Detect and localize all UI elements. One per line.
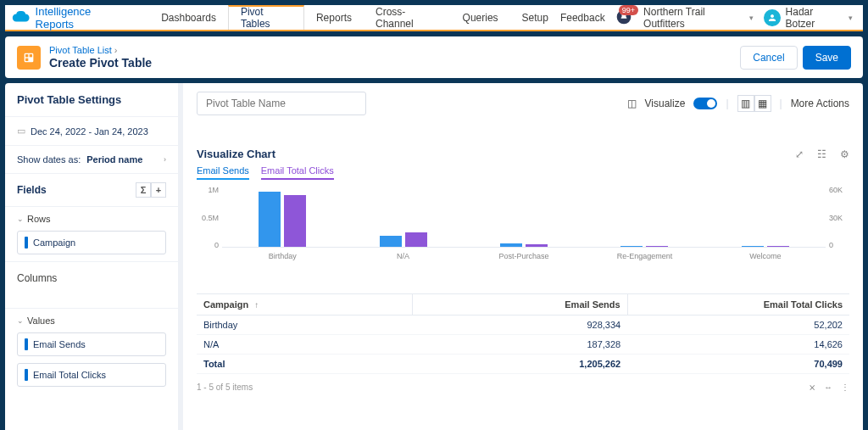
- legend-tab-email-total-clicks[interactable]: Email Total Clicks: [261, 165, 334, 180]
- legend-tab-email-sends[interactable]: Email Sends: [197, 165, 249, 180]
- bar-sends[interactable]: [380, 236, 402, 247]
- table-panel: Campaign ↑ Email Sends Email Total Click…: [197, 293, 849, 392]
- nav-tab-queries[interactable]: Queries: [451, 5, 510, 30]
- bar-sends[interactable]: [259, 192, 281, 247]
- chevron-right-icon: ›: [114, 45, 118, 55]
- bar-group: Birthday: [222, 188, 342, 247]
- value-pill-email-total-clicks[interactable]: Email Total Clicks: [17, 363, 166, 387]
- more-icon[interactable]: ⋮: [841, 383, 849, 392]
- measure-icon: [25, 369, 28, 381]
- category-label: Re-Engagement: [617, 252, 673, 260]
- chart-plot: BirthdayN/APost-PurchaseRe-EngagementWel…: [222, 188, 826, 248]
- pagination-text: 1 - 5 of 5 items: [197, 383, 253, 392]
- expand-icon[interactable]: ⤢: [795, 148, 804, 160]
- divider: |: [726, 98, 728, 109]
- visualize-toggle[interactable]: [693, 98, 717, 109]
- date-range-text: Dec 24, 2022 - Jan 24, 2023: [31, 126, 148, 137]
- ytick: 0.5M: [202, 214, 219, 222]
- ytick: 1M: [208, 186, 219, 194]
- table-row[interactable]: Birthday928,33452,202: [197, 316, 849, 335]
- columns-section[interactable]: Columns: [5, 261, 178, 309]
- svg-rect-4: [25, 58, 28, 60]
- values-label: Values: [27, 316, 55, 326]
- gear-icon[interactable]: ⚙: [840, 148, 849, 160]
- sort-asc-icon: ↑: [254, 300, 259, 310]
- user-menu[interactable]: Hadar Botzer ▾: [764, 6, 853, 30]
- show-dates-row[interactable]: Show dates as: Period name ›: [5, 146, 178, 174]
- category-label: Post-Purchase: [499, 252, 549, 260]
- bar-clicks[interactable]: [405, 232, 427, 247]
- more-actions-menu[interactable]: More Actions: [791, 98, 849, 109]
- notification-bell[interactable]: 99+: [615, 8, 633, 27]
- top-nav: Intelligence Reports Dashboards Pivot Ta…: [5, 5, 863, 31]
- y-axis-right: 60K 30K 0: [827, 188, 849, 248]
- pivot-table-icon: [17, 46, 41, 70]
- breadcrumb-link[interactable]: Pivot Table List: [49, 45, 112, 55]
- sort-icon[interactable]: ☷: [817, 148, 826, 160]
- sigma-button[interactable]: Σ: [136, 182, 151, 198]
- bar-group: Welcome: [705, 188, 826, 247]
- ytick: 0: [214, 241, 219, 249]
- nav-tab-dashboards[interactable]: Dashboards: [149, 5, 228, 30]
- layout-table-button[interactable]: ▦: [754, 95, 771, 112]
- pill-label: Email Sends: [33, 339, 86, 349]
- col-campaign[interactable]: Campaign ↑: [197, 294, 412, 316]
- bar-clicks[interactable]: [767, 246, 789, 247]
- bar-group: N/A: [342, 188, 463, 247]
- chevron-down-icon: ⌄: [17, 316, 24, 325]
- date-range-picker[interactable]: ▭ Dec 24, 2022 - Jan 24, 2023: [5, 117, 178, 146]
- org-switcher[interactable]: Northern Trail Outfitters ▾: [643, 6, 754, 30]
- ytick: 0: [829, 241, 848, 249]
- category-label: N/A: [397, 252, 409, 260]
- breadcrumb[interactable]: Pivot Table List ›: [49, 45, 735, 55]
- bar-group: Re-Engagement: [584, 188, 704, 247]
- avatar-icon: [764, 9, 780, 26]
- collapse-icon[interactable]: ⨯: [809, 383, 815, 392]
- nav-tab-reports[interactable]: Reports: [304, 5, 364, 30]
- cancel-button[interactable]: Cancel: [740, 46, 797, 70]
- bar-sends[interactable]: [742, 246, 764, 247]
- bar-clicks[interactable]: [646, 246, 668, 247]
- row-pill-campaign[interactable]: Campaign: [17, 231, 166, 254]
- category-label: Birthday: [269, 252, 297, 260]
- bar-sends[interactable]: [620, 246, 643, 247]
- rows-label: Rows: [27, 214, 51, 224]
- salesforce-logo-icon: [11, 8, 30, 27]
- app-title: Intelligence Reports: [36, 5, 131, 31]
- org-name-text: Northern Trail Outfitters: [643, 6, 746, 30]
- dimension-icon: [25, 237, 28, 249]
- values-section[interactable]: ⌄ Values: [5, 309, 178, 332]
- settings-title: Pivot Table Settings: [5, 83, 178, 117]
- ytick: 30K: [829, 214, 848, 222]
- feedback-link[interactable]: Feedback: [560, 12, 605, 24]
- y-axis-left: 1M 0.5M 0: [197, 188, 220, 248]
- fit-icon[interactable]: ↔: [824, 383, 832, 392]
- table-row[interactable]: N/A187,32814,626: [197, 335, 849, 355]
- svg-rect-2: [25, 54, 28, 57]
- pivot-name-input[interactable]: [197, 92, 366, 115]
- save-button[interactable]: Save: [803, 46, 851, 70]
- rows-section[interactable]: ⌄ Rows: [5, 207, 178, 231]
- bar-clicks[interactable]: [284, 195, 306, 247]
- value-pill-email-sends[interactable]: Email Sends: [17, 332, 166, 356]
- fields-label: Fields: [17, 184, 47, 196]
- ytick: 60K: [829, 186, 848, 194]
- nav-tab-setup[interactable]: Setup: [510, 5, 560, 30]
- measure-icon: [25, 338, 28, 350]
- nav-tab-pivot-tables[interactable]: Pivot Tables: [228, 5, 304, 30]
- layout-split-button[interactable]: ▥: [737, 95, 754, 112]
- nav-tab-cross-channel[interactable]: Cross-Channel: [364, 5, 451, 30]
- chevron-down-icon: ⌄: [17, 215, 24, 223]
- divider: |: [780, 98, 782, 109]
- main-panel: ◫ Visualize | ▥ ▦ | More Actions Visuali…: [183, 83, 863, 430]
- bar-sends[interactable]: [500, 243, 522, 247]
- col-email-sends[interactable]: Email Sends: [412, 294, 627, 316]
- bar-clicks[interactable]: [526, 244, 548, 248]
- col-email-total-clicks[interactable]: Email Total Clicks: [627, 294, 849, 316]
- user-name-text: Hadar Botzer: [786, 6, 843, 30]
- chart-title: Visualize Chart: [197, 148, 275, 160]
- visualize-label: Visualize: [645, 98, 686, 109]
- nav-tabs: Dashboards Pivot Tables Reports Cross-Ch…: [149, 5, 560, 30]
- chevron-right-icon: ›: [164, 155, 166, 164]
- add-field-button[interactable]: +: [151, 182, 166, 198]
